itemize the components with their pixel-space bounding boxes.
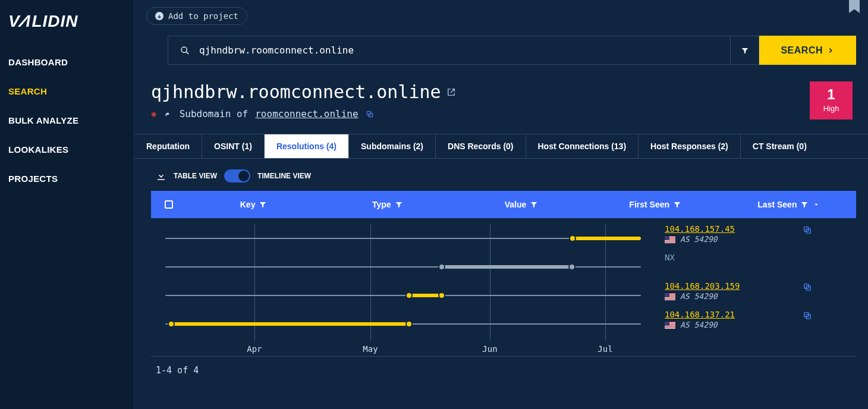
- col-last-seen[interactable]: Last Seen: [722, 200, 856, 209]
- table-view-label[interactable]: TABLE VIEW: [174, 172, 217, 180]
- tab[interactable]: DNS Records (0): [436, 134, 526, 158]
- pager: 1-4 of 4: [156, 365, 868, 376]
- arrow-icon: [164, 110, 172, 118]
- bar: [171, 322, 409, 326]
- timeline-row: 104.168.137.21AS 54290: [165, 310, 842, 338]
- brand-logo: VΛLIDIN: [0, 12, 134, 48]
- searchbar: qjhndbrw.roomconnect.online SEARCH: [168, 36, 856, 65]
- row-meta: 104.168.157.45AS 54290: [665, 224, 735, 244]
- dot-end: [405, 320, 413, 328]
- search-query: qjhndbrw.roomconnect.online: [199, 45, 354, 56]
- col-key[interactable]: Key: [187, 200, 320, 209]
- ip-link[interactable]: 104.168.203.159: [665, 281, 740, 291]
- sidebar: VΛLIDIN DASHBOARD SEARCH BULK ANALYZE LO…: [0, 0, 134, 409]
- search-button-label: SEARCH: [781, 45, 823, 56]
- view-switch[interactable]: [224, 169, 250, 183]
- bar: [573, 237, 641, 240]
- tab[interactable]: OSINT (1): [202, 134, 265, 158]
- filter-icon: [673, 200, 681, 209]
- select-all-checkbox[interactable]: [151, 200, 187, 209]
- ip-link[interactable]: 104.168.137.21: [665, 310, 735, 319]
- timeline-row: 104.168.203.159AS 54290: [165, 281, 842, 310]
- plus-icon: +: [155, 12, 163, 20]
- dot-start: [438, 263, 445, 270]
- tab[interactable]: Reputation: [134, 134, 202, 158]
- copy-icon[interactable]: [803, 225, 812, 235]
- col-type[interactable]: Type: [320, 200, 454, 209]
- timeline-row: 104.168.157.45AS 54290: [165, 224, 842, 253]
- domain-name: qjhndbrw.roomconnect.online: [151, 81, 441, 102]
- svg-point-0: [181, 47, 187, 52]
- dot-end: [438, 292, 445, 299]
- domain-header: qjhndbrw.roomconnect.online ✺ Subdomain …: [151, 81, 856, 119]
- nav: DASHBOARD SEARCH BULK ANALYZE LOOKALIKES…: [0, 48, 134, 193]
- parent-domain-link[interactable]: roomconnect.online: [255, 108, 358, 119]
- external-link-icon[interactable]: [447, 88, 455, 96]
- asn: AS 54290: [680, 292, 718, 301]
- timeline-view-label[interactable]: TIMELINE VIEW: [257, 172, 311, 180]
- nav-bulk-analyze[interactable]: BULK ANALYZE: [0, 106, 134, 135]
- filter-icon: [800, 200, 809, 209]
- search-icon: [180, 46, 190, 55]
- flag-icon: [665, 322, 675, 329]
- download-icon[interactable]: [156, 171, 166, 181]
- nav-projects[interactable]: PROJECTS: [0, 164, 134, 193]
- filter-icon: [259, 200, 267, 209]
- tab[interactable]: Subdomains (2): [349, 134, 436, 158]
- add-to-project-button[interactable]: + Add to project: [146, 7, 247, 25]
- svg-line-1: [186, 52, 188, 54]
- view-toggle: TABLE VIEW TIMELINE VIEW: [156, 169, 868, 183]
- asn: AS 54290: [680, 235, 718, 244]
- axis-label: Jun: [482, 344, 497, 354]
- main: + Add to project qjhndbrw.roomconnect.on…: [134, 0, 868, 409]
- search-input-wrap[interactable]: qjhndbrw.roomconnect.online: [168, 36, 731, 65]
- tab[interactable]: Host Connections (13): [526, 134, 639, 158]
- filter-button[interactable]: [731, 36, 759, 65]
- tab[interactable]: CT Stream (0): [741, 134, 819, 158]
- flag-icon: [665, 293, 675, 300]
- bar: [409, 294, 442, 297]
- nav-dashboard[interactable]: DASHBOARD: [0, 48, 134, 77]
- col-value[interactable]: Value: [454, 200, 588, 209]
- domain-title: qjhndbrw.roomconnect.online: [151, 81, 455, 102]
- copy-icon[interactable]: [366, 110, 374, 118]
- row-meta: 104.168.137.21AS 54290: [665, 310, 735, 329]
- filter-icon: [395, 200, 403, 209]
- copy-icon[interactable]: [803, 311, 812, 320]
- filter-icon: [530, 200, 538, 209]
- ip-link[interactable]: 104.168.157.45: [665, 224, 735, 234]
- dot-start: [405, 292, 413, 299]
- subdomain-label: Subdomain of: [180, 108, 249, 119]
- domain-subline: ✺ Subdomain of roomconnect.online: [151, 108, 455, 119]
- dot-start: [569, 235, 576, 242]
- risk-level: High: [823, 104, 839, 113]
- as-line: AS 54290: [665, 292, 740, 301]
- row-meta: NX: [665, 253, 675, 262]
- column-headers: Key Type Value First Seen Last Seen: [151, 191, 856, 218]
- row-meta: 104.168.203.159AS 54290: [665, 281, 740, 301]
- as-line: AS 54290: [665, 235, 735, 244]
- topbar: + Add to project: [134, 0, 868, 25]
- nav-search[interactable]: SEARCH: [0, 77, 134, 106]
- add-to-project-label: Add to project: [168, 11, 238, 21]
- axis-label: Apr: [247, 344, 262, 354]
- sort-desc-icon: [812, 200, 820, 209]
- col-first-seen[interactable]: First Seen: [589, 200, 722, 209]
- axis-label: Jul: [597, 344, 612, 354]
- asn: AS 54290: [680, 320, 718, 329]
- nx-label: NX: [665, 253, 675, 262]
- nav-lookalikes[interactable]: LOOKALIKES: [0, 135, 134, 164]
- search-button[interactable]: SEARCH: [759, 36, 856, 65]
- risk-score: 1: [810, 86, 853, 103]
- dot-end: [568, 263, 575, 270]
- bar: [442, 265, 572, 269]
- copy-icon[interactable]: [803, 282, 812, 292]
- timeline-row: NX: [165, 253, 842, 281]
- tab[interactable]: Resolutions (4): [265, 134, 349, 158]
- tab[interactable]: Host Responses (2): [639, 134, 741, 158]
- filter-icon: [741, 46, 749, 55]
- risk-badge: 1 High: [810, 81, 853, 119]
- tabs: ReputationOSINT (1)Resolutions (4)Subdom…: [134, 134, 868, 159]
- flag-icon: [665, 236, 675, 243]
- as-line: AS 54290: [665, 320, 735, 329]
